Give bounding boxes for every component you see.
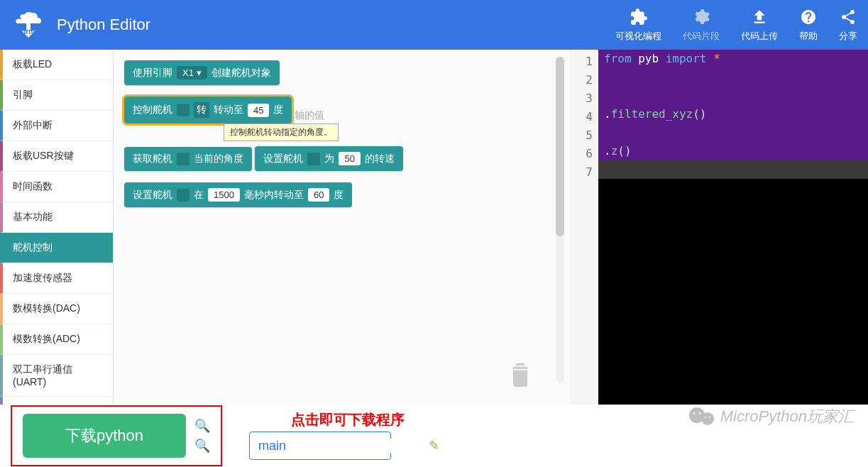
sidebar-item-accel[interactable]: 加速度传感器 <box>0 263 113 294</box>
scrollbar[interactable] <box>556 57 564 383</box>
code-line <box>598 160 868 179</box>
gutter: 1 2 3 4 5 6 7 <box>570 50 598 405</box>
gears-icon <box>692 7 710 27</box>
sidebar-item-led[interactable]: 板载LED <box>0 50 113 80</box>
notch-icon <box>307 153 320 165</box>
share-icon <box>840 7 857 27</box>
filename-input[interactable] <box>258 439 423 454</box>
block-get-angle[interactable]: 获取舵机 当前的角度 <box>124 147 252 171</box>
trash-icon[interactable] <box>506 358 534 394</box>
block-set-angle-time[interactable]: 设置舵机 在 1500 毫秒内转动至 60 度 <box>124 182 352 207</box>
action-upload[interactable]: 代码上传 <box>741 7 778 43</box>
block-control-servo[interactable]: 控制舵机 转 转动至 45 度 控制舵机转动指定的角度。 <box>124 97 292 123</box>
sidebar-item-base[interactable]: 基本功能 <box>0 202 113 233</box>
sidebar: 板载LED 引脚 外部中断 板载USR按键 时间函数 基本功能 舵机控制 加速度… <box>0 50 114 405</box>
speed-input[interactable]: 50 <box>339 152 360 165</box>
action-share[interactable]: 分享 <box>839 7 857 43</box>
angle-input[interactable]: 45 <box>248 104 269 117</box>
svg-text:turnip: turnip <box>19 28 39 35</box>
svg-point-4 <box>698 412 701 414</box>
code-line: .z() <box>598 142 868 160</box>
sidebar-item-time[interactable]: 时间函数 <box>0 172 113 202</box>
tooltip: 控制舵机转动指定的角度。 <box>224 123 339 141</box>
code-line: from pyb import * <box>598 50 868 68</box>
notch-icon <box>177 104 189 116</box>
pin-dropdown[interactable]: X1 ▾ <box>177 66 207 79</box>
pencil-icon[interactable]: ✎ <box>429 438 439 454</box>
notch-icon <box>177 189 189 202</box>
zoom-in-icon[interactable]: 🔍 <box>194 418 210 434</box>
notch-icon <box>177 153 189 165</box>
sidebar-item-servo[interactable]: 舵机控制 <box>0 233 113 263</box>
code-line: .filtered_xyz() <box>598 105 868 123</box>
header: turnip Python Editor 可视化编程 代码片段 代码上传 <box>0 0 868 50</box>
sidebar-item-usr[interactable]: 板载USR按键 <box>0 141 113 172</box>
filename-box: ✎ <box>249 432 391 460</box>
logo-area: turnip Python Editor <box>11 11 150 39</box>
help-icon <box>800 7 817 27</box>
download-button[interactable]: 下载python <box>23 414 186 458</box>
sidebar-item-uart[interactable]: 双工串行通信(UART) <box>0 355 113 397</box>
sidebar-item-ext[interactable]: 外部中断 <box>0 111 113 141</box>
deg-input[interactable]: 60 <box>308 188 329 202</box>
zoom-out-icon[interactable]: 🔍 <box>194 438 210 454</box>
action-help[interactable]: 帮助 <box>799 7 818 43</box>
code-content[interactable]: from pyb import * .filtered_xyz() .z() <box>598 50 868 405</box>
wechat-icon <box>688 405 716 428</box>
ms-input[interactable]: 1500 <box>208 188 240 202</box>
blocks-area[interactable]: 使用引脚 X1 ▾ 创建舵机对象 控制舵机 转 转动至 45 度 控制舵机转动指… <box>114 50 570 405</box>
code-area: 1 2 3 4 5 6 7 from pyb import * .filtere… <box>570 50 868 405</box>
code-line <box>598 68 868 87</box>
zoom-controls: 🔍 🔍 <box>194 418 210 454</box>
action-visual[interactable]: 可视化编程 <box>615 7 661 43</box>
svg-point-3 <box>693 412 695 414</box>
block-create-servo[interactable]: 使用引脚 X1 ▾ 创建舵机对象 <box>124 60 280 85</box>
app-title: Python Editor <box>57 16 150 34</box>
watermark: MicroPython玩家汇 <box>688 405 854 428</box>
sidebar-item-adc[interactable]: 模数转换(ADC) <box>0 324 113 355</box>
code-line <box>598 87 868 105</box>
code-line <box>598 123 868 142</box>
block-set-speed[interactable]: 设置舵机 为 50 的转速 <box>255 146 402 171</box>
header-actions: 可视化编程 代码片段 代码上传 帮助 分享 <box>615 7 857 43</box>
svg-point-2 <box>701 412 714 425</box>
sidebar-item-pin[interactable]: 引脚 <box>0 80 113 111</box>
puzzle-icon <box>630 7 648 27</box>
hint-text: 点击即可下载程序 <box>291 410 405 429</box>
logo-icon: turnip <box>11 11 46 39</box>
sidebar-item-spi[interactable]: 串行外设接口(SPI) <box>0 397 113 405</box>
svg-point-6 <box>708 417 710 419</box>
main: 板载LED 引脚 外部中断 板载USR按键 时间函数 基本功能 舵机控制 加速度… <box>0 50 868 405</box>
svg-point-5 <box>704 417 706 419</box>
sidebar-item-dac[interactable]: 数模转换(DAC) <box>0 294 113 324</box>
action-snippet[interactable]: 代码片段 <box>683 7 720 43</box>
download-box: 下载python 🔍 🔍 <box>11 405 222 466</box>
upload-icon <box>750 7 769 27</box>
